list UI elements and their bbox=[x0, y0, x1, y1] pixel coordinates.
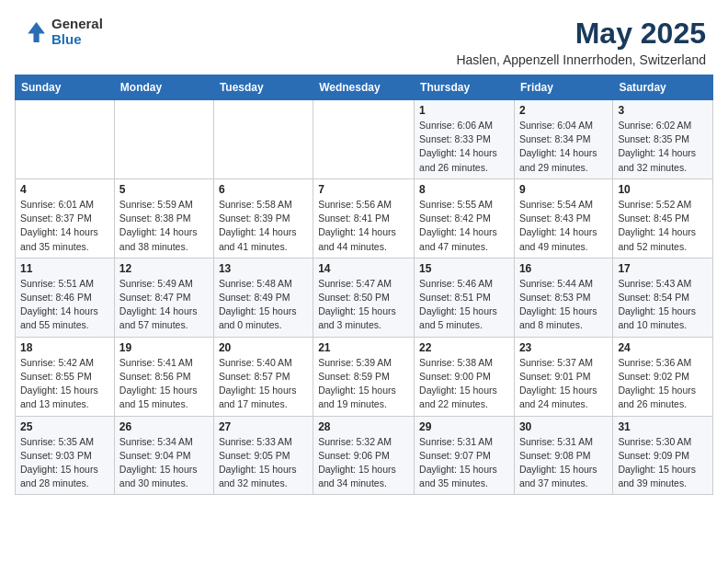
day-info: Sunrise: 5:55 AM Sunset: 8:42 PM Dayligh… bbox=[419, 198, 509, 254]
day-info: Sunrise: 5:41 AM Sunset: 8:56 PM Dayligh… bbox=[119, 356, 209, 412]
calendar-table: SundayMondayTuesdayWednesdayThursdayFrid… bbox=[15, 75, 713, 495]
calendar-cell: 10Sunrise: 5:52 AM Sunset: 8:45 PM Dayli… bbox=[613, 178, 713, 258]
page-header: General Blue May 2025 Haslen, Appenzell … bbox=[0, 0, 728, 75]
day-info: Sunrise: 5:33 AM Sunset: 9:05 PM Dayligh… bbox=[219, 435, 308, 491]
week-row-5: 25Sunrise: 5:35 AM Sunset: 9:03 PM Dayli… bbox=[16, 416, 713, 495]
title-block: May 2025 Haslen, Appenzell Innerrhoden, … bbox=[456, 17, 706, 67]
weekday-header-monday: Monday bbox=[114, 75, 213, 100]
day-number: 4 bbox=[20, 183, 109, 196]
day-number: 18 bbox=[20, 341, 109, 354]
day-info: Sunrise: 5:36 AM Sunset: 9:02 PM Dayligh… bbox=[618, 356, 708, 412]
logo-general-text: General bbox=[51, 17, 103, 32]
day-info: Sunrise: 5:32 AM Sunset: 9:06 PM Dayligh… bbox=[318, 435, 409, 491]
day-info: Sunrise: 6:01 AM Sunset: 8:37 PM Dayligh… bbox=[20, 198, 109, 254]
week-row-3: 11Sunrise: 5:51 AM Sunset: 8:46 PM Dayli… bbox=[16, 258, 713, 337]
logo-blue-text: Blue bbox=[51, 32, 103, 48]
location-subtitle: Haslen, Appenzell Innerrhoden, Switzerla… bbox=[456, 52, 706, 67]
calendar-cell: 21Sunrise: 5:39 AM Sunset: 8:59 PM Dayli… bbox=[313, 337, 415, 416]
calendar-cell: 1Sunrise: 6:06 AM Sunset: 8:33 PM Daylig… bbox=[415, 100, 515, 179]
calendar-cell: 4Sunrise: 6:01 AM Sunset: 8:37 PM Daylig… bbox=[16, 178, 115, 258]
calendar-cell: 12Sunrise: 5:49 AM Sunset: 8:47 PM Dayli… bbox=[114, 258, 213, 337]
calendar-cell: 27Sunrise: 5:33 AM Sunset: 9:05 PM Dayli… bbox=[213, 416, 313, 495]
calendar-cell: 8Sunrise: 5:55 AM Sunset: 8:42 PM Daylig… bbox=[415, 178, 515, 258]
day-info: Sunrise: 5:47 AM Sunset: 8:50 PM Dayligh… bbox=[318, 277, 409, 333]
calendar-cell: 26Sunrise: 5:34 AM Sunset: 9:04 PM Dayli… bbox=[114, 416, 213, 495]
calendar-cell: 16Sunrise: 5:44 AM Sunset: 8:53 PM Dayli… bbox=[514, 258, 612, 337]
weekday-header-thursday: Thursday bbox=[415, 75, 515, 100]
svg-marker-0 bbox=[28, 22, 45, 42]
weekday-header-row: SundayMondayTuesdayWednesdayThursdayFrid… bbox=[16, 75, 713, 100]
calendar-cell: 3Sunrise: 6:02 AM Sunset: 8:35 PM Daylig… bbox=[613, 100, 713, 179]
day-number: 22 bbox=[419, 341, 509, 354]
day-info: Sunrise: 5:46 AM Sunset: 8:51 PM Dayligh… bbox=[419, 277, 509, 333]
calendar-cell: 24Sunrise: 5:36 AM Sunset: 9:02 PM Dayli… bbox=[613, 337, 713, 416]
day-info: Sunrise: 5:35 AM Sunset: 9:03 PM Dayligh… bbox=[20, 435, 109, 491]
calendar-cell: 13Sunrise: 5:48 AM Sunset: 8:49 PM Dayli… bbox=[213, 258, 313, 337]
day-number: 23 bbox=[519, 341, 608, 354]
day-number: 15 bbox=[419, 262, 509, 275]
day-number: 8 bbox=[419, 183, 509, 196]
calendar-cell bbox=[213, 100, 313, 179]
day-number: 12 bbox=[119, 262, 209, 275]
day-info: Sunrise: 5:37 AM Sunset: 9:01 PM Dayligh… bbox=[519, 356, 608, 412]
weekday-header-sunday: Sunday bbox=[16, 75, 115, 100]
day-info: Sunrise: 6:02 AM Sunset: 8:35 PM Dayligh… bbox=[618, 119, 708, 175]
calendar-cell: 19Sunrise: 5:41 AM Sunset: 8:56 PM Dayli… bbox=[114, 337, 213, 416]
calendar-cell: 25Sunrise: 5:35 AM Sunset: 9:03 PM Dayli… bbox=[16, 416, 115, 495]
day-info: Sunrise: 5:38 AM Sunset: 9:00 PM Dayligh… bbox=[419, 356, 509, 412]
logo-icon bbox=[22, 19, 48, 45]
calendar-cell: 20Sunrise: 5:40 AM Sunset: 8:57 PM Dayli… bbox=[213, 337, 313, 416]
month-title: May 2025 bbox=[456, 17, 706, 51]
day-number: 24 bbox=[618, 341, 708, 354]
day-number: 5 bbox=[119, 183, 209, 196]
day-number: 20 bbox=[219, 341, 308, 354]
calendar-cell: 9Sunrise: 5:54 AM Sunset: 8:43 PM Daylig… bbox=[514, 178, 612, 258]
day-number: 1 bbox=[419, 104, 509, 117]
day-info: Sunrise: 5:34 AM Sunset: 9:04 PM Dayligh… bbox=[119, 435, 209, 491]
day-info: Sunrise: 5:48 AM Sunset: 8:49 PM Dayligh… bbox=[219, 277, 308, 333]
day-number: 14 bbox=[318, 262, 409, 275]
week-row-2: 4Sunrise: 6:01 AM Sunset: 8:37 PM Daylig… bbox=[16, 178, 713, 258]
day-number: 3 bbox=[618, 104, 708, 117]
day-number: 7 bbox=[318, 183, 409, 196]
week-row-4: 18Sunrise: 5:42 AM Sunset: 8:55 PM Dayli… bbox=[16, 337, 713, 416]
day-number: 21 bbox=[318, 341, 409, 354]
calendar-cell bbox=[114, 100, 213, 179]
day-number: 13 bbox=[219, 262, 308, 275]
day-number: 2 bbox=[519, 104, 608, 117]
weekday-header-wednesday: Wednesday bbox=[313, 75, 415, 100]
day-number: 28 bbox=[318, 420, 409, 433]
day-info: Sunrise: 5:51 AM Sunset: 8:46 PM Dayligh… bbox=[20, 277, 109, 333]
day-info: Sunrise: 5:44 AM Sunset: 8:53 PM Dayligh… bbox=[519, 277, 608, 333]
day-number: 26 bbox=[119, 420, 209, 433]
day-number: 31 bbox=[618, 420, 708, 433]
calendar-cell: 23Sunrise: 5:37 AM Sunset: 9:01 PM Dayli… bbox=[514, 337, 612, 416]
day-info: Sunrise: 5:59 AM Sunset: 8:38 PM Dayligh… bbox=[119, 198, 209, 254]
day-number: 6 bbox=[219, 183, 308, 196]
calendar-cell: 18Sunrise: 5:42 AM Sunset: 8:55 PM Dayli… bbox=[16, 337, 115, 416]
calendar-cell: 31Sunrise: 5:30 AM Sunset: 9:09 PM Dayli… bbox=[613, 416, 713, 495]
day-info: Sunrise: 5:42 AM Sunset: 8:55 PM Dayligh… bbox=[20, 356, 109, 412]
day-number: 11 bbox=[20, 262, 109, 275]
day-number: 9 bbox=[519, 183, 608, 196]
day-info: Sunrise: 5:39 AM Sunset: 8:59 PM Dayligh… bbox=[318, 356, 409, 412]
calendar-cell: 30Sunrise: 5:31 AM Sunset: 9:08 PM Dayli… bbox=[514, 416, 612, 495]
weekday-header-friday: Friday bbox=[514, 75, 612, 100]
calendar-cell bbox=[16, 100, 115, 179]
calendar-cell: 22Sunrise: 5:38 AM Sunset: 9:00 PM Dayli… bbox=[415, 337, 515, 416]
day-info: Sunrise: 5:40 AM Sunset: 8:57 PM Dayligh… bbox=[219, 356, 308, 412]
calendar-cell: 7Sunrise: 5:56 AM Sunset: 8:41 PM Daylig… bbox=[313, 178, 415, 258]
day-info: Sunrise: 5:30 AM Sunset: 9:09 PM Dayligh… bbox=[618, 435, 708, 491]
weekday-header-saturday: Saturday bbox=[613, 75, 713, 100]
calendar-cell: 17Sunrise: 5:43 AM Sunset: 8:54 PM Dayli… bbox=[613, 258, 713, 337]
day-info: Sunrise: 5:43 AM Sunset: 8:54 PM Dayligh… bbox=[618, 277, 708, 333]
day-info: Sunrise: 5:31 AM Sunset: 9:08 PM Dayligh… bbox=[519, 435, 608, 491]
calendar-cell: 15Sunrise: 5:46 AM Sunset: 8:51 PM Dayli… bbox=[415, 258, 515, 337]
day-number: 19 bbox=[119, 341, 209, 354]
day-info: Sunrise: 5:52 AM Sunset: 8:45 PM Dayligh… bbox=[618, 198, 708, 254]
day-number: 16 bbox=[519, 262, 608, 275]
day-info: Sunrise: 5:56 AM Sunset: 8:41 PM Dayligh… bbox=[318, 198, 409, 254]
day-info: Sunrise: 5:31 AM Sunset: 9:07 PM Dayligh… bbox=[419, 435, 509, 491]
day-info: Sunrise: 6:06 AM Sunset: 8:33 PM Dayligh… bbox=[419, 119, 509, 175]
calendar-cell: 5Sunrise: 5:59 AM Sunset: 8:38 PM Daylig… bbox=[114, 178, 213, 258]
